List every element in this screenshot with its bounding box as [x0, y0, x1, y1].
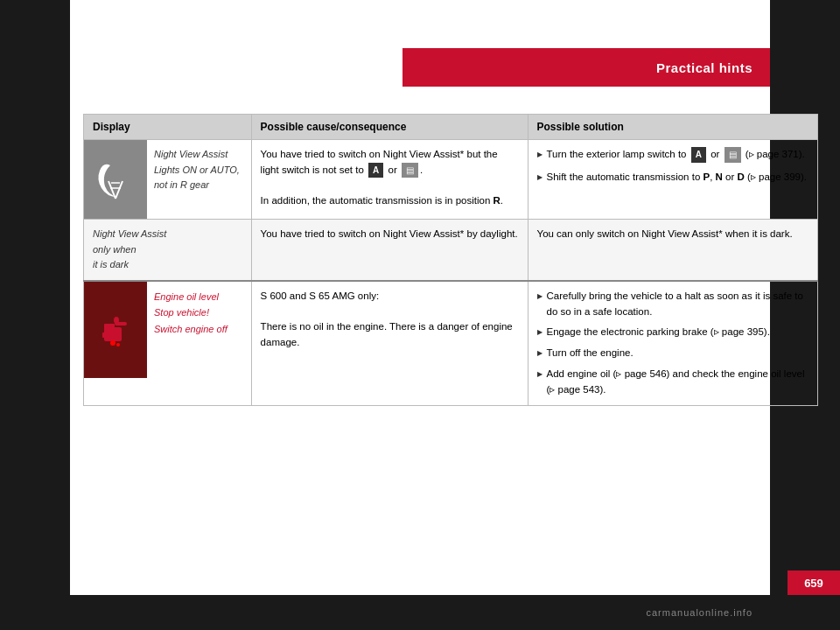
display-text-1: Night View AssistLights ON or AUTO,not i…: [154, 147, 240, 193]
main-table: Display Possible cause/consequence Possi…: [83, 114, 818, 406]
table-row: Night View Assistonly whenit is dark You…: [84, 220, 818, 281]
cause-cell-2: You have tried to switch on Night View A…: [251, 220, 528, 281]
col-header-cause: Possible cause/consequence: [251, 115, 528, 140]
svg-rect-4: [104, 327, 122, 341]
solution-cell-3: ▶ Carefully bring the vehicle to a halt …: [528, 281, 817, 405]
badge-icon: ▤: [402, 163, 418, 178]
cause-cell-1: You have tried to switch on Night View A…: [251, 140, 528, 220]
table-row: Night View AssistLights ON or AUTO,not i…: [84, 140, 818, 220]
svg-point-9: [110, 340, 116, 346]
watermark-text: carmanualonline.info: [646, 607, 752, 618]
col-header-solution: Possible solution: [528, 115, 817, 140]
col-header-display: Display: [84, 115, 252, 140]
svg-point-8: [114, 317, 119, 324]
engine-oil-icon: [97, 312, 134, 348]
display-text-2: Night View Assistonly whenit is dark: [93, 227, 242, 273]
table-row: Engine oil levelStop vehicle!Switch engi…: [84, 281, 818, 405]
svg-point-10: [116, 343, 120, 346]
solution-cell-1: ▶ Turn the exterior lamp switch to A or …: [528, 140, 817, 220]
cause-cell-3: S 600 and S 65 AMG only: There is no oil…: [251, 281, 528, 405]
page-number-box: 659: [788, 570, 840, 595]
display-cell-2: Night View Assistonly whenit is dark: [84, 220, 252, 281]
svg-rect-6: [102, 332, 106, 338]
engine-oil-icon-bg: [84, 282, 147, 378]
night-view-icon: [93, 157, 138, 202]
display-cell-1: Night View AssistLights ON or AUTO,not i…: [84, 140, 252, 220]
solution-cell-2: You can only switch on Night View Assist…: [528, 220, 817, 281]
badge-a: A: [368, 163, 383, 178]
page-number: 659: [804, 577, 823, 590]
svg-line-1: [116, 181, 122, 199]
svg-rect-5: [104, 324, 115, 329]
header-title: Practical hints: [656, 60, 752, 75]
display-cell-3: Engine oil levelStop vehicle!Switch engi…: [84, 281, 252, 405]
bottom-bar: carmanualonline.info: [70, 595, 770, 630]
night-view-icon-bg: [84, 140, 147, 219]
header-banner: Practical hints: [402, 48, 770, 87]
display-text-3-red: Engine oil levelStop vehicle!Switch engi…: [154, 289, 228, 338]
